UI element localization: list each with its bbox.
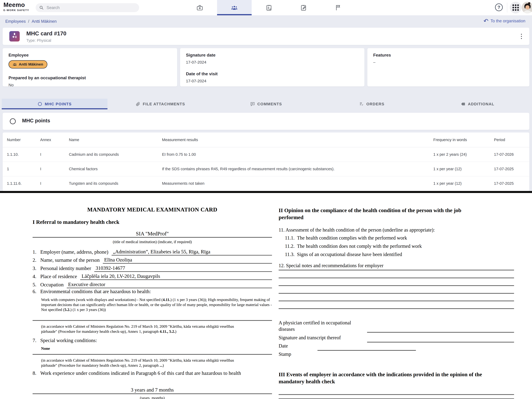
cell-name: Tungsten and its compounds	[69, 181, 162, 186]
clipboard-pencil-icon	[300, 4, 307, 11]
doc-line	[367, 342, 514, 342]
cell-frequency: 1 x per 2 years (24)	[433, 152, 494, 157]
apps-menu-button[interactable]	[510, 2, 521, 13]
doc-line	[317, 350, 416, 351]
avatar-image	[522, 2, 532, 13]
document-left-column: MANDATORY MEDICAL EXAMINATION CARD I Ref…	[32, 193, 272, 399]
nav-item-flags[interactable]	[321, 0, 355, 15]
search-icon	[39, 5, 44, 10]
clipboard-check-icon	[266, 4, 272, 11]
cell-frequency: 1 x per year (12)	[433, 181, 494, 186]
main-nav	[183, 0, 355, 15]
cell-measurement: EI from 0.75 to 1.00	[162, 152, 433, 157]
tab-orders[interactable]: ORDERS	[319, 99, 425, 109]
table-row[interactable]: 1.1.11.6. I Tungsten and its compounds M…	[3, 176, 529, 191]
doc-item-8: 8. Work experience under conditions indi…	[32, 370, 250, 376]
cell-number: 1.1.11.6.	[7, 181, 40, 186]
doc-field-value: Lāčplēša iela 20, LV-2012, Daugavpils	[80, 273, 272, 280]
card-type: Type: Physical	[26, 38, 51, 43]
prepared-value: No	[8, 83, 171, 87]
card-tabs: MHC POINTS FILE ATTACHMENTS COMMENTS ORD…	[2, 99, 530, 109]
doc-line	[279, 308, 514, 309]
doc-field-value: Executive director	[67, 281, 272, 288]
flag-icon	[335, 4, 342, 11]
doc-section-1-heading: I Referral to mandatory health check	[32, 219, 119, 225]
app-window: Meemo E-WORK SAFETY	[0, 0, 532, 399]
nav-item-employees[interactable]	[217, 0, 252, 15]
doc-line	[279, 301, 514, 301]
visit-date-label: Date of the visit	[186, 71, 359, 76]
doc-field-value: 310392-14677	[94, 265, 272, 272]
tab-label: COMMENTS	[257, 102, 282, 106]
mhc-points-section: MHC points	[3, 113, 529, 130]
mhc-points-table: Number Annex Name Measurement results Fr…	[3, 133, 529, 191]
nav-item-checks[interactable]	[252, 0, 286, 15]
doc-field-name: 2. Name, surname of the person Elīna Ozo…	[32, 256, 272, 264]
people-icon	[13, 62, 17, 66]
cell-name: Chemical factors	[69, 167, 162, 171]
employee-label: Employee	[8, 53, 171, 57]
cell-number: 1	[7, 167, 40, 171]
tab-label: ORDERS	[366, 102, 384, 106]
table-header-row: Number Annex Name Measurement results Fr…	[3, 133, 529, 147]
kebab-icon	[521, 34, 522, 35]
top-app-bar: Meemo E-WORK SAFETY	[0, 0, 532, 15]
doc-item-12: 12. Special notes and recommendations fo…	[279, 263, 383, 268]
tab-mhc-points[interactable]: MHC POINTS	[2, 99, 108, 109]
doc-field-value: „Administration”, Elizabetes iela 55, Rī…	[112, 248, 272, 255]
table-row[interactable]: 1.1.10. I Cadmium and its compounds EI f…	[3, 147, 529, 162]
tag-dots-icon	[461, 101, 466, 106]
signature-date-value: 17-07-2024	[186, 60, 359, 64]
user-avatar[interactable]	[522, 2, 532, 13]
help-icon: ?	[497, 5, 500, 10]
nav-item-notes[interactable]	[286, 0, 321, 15]
doc-note-annex1: (in accordance with Cabinet of Ministers…	[41, 324, 238, 334]
doc-line	[32, 320, 272, 321]
medical-examination-document: MANDATORY MEDICAL EXAMINATION CARD I Ref…	[0, 193, 532, 399]
col-annex: Annex	[40, 138, 69, 142]
to-organisation-link[interactable]: ↶ To the organisation	[483, 19, 525, 23]
doc-line	[279, 285, 514, 286]
visit-date-value: 17-07-2024	[186, 79, 359, 83]
cell-number: 1.1.10.	[7, 152, 40, 157]
tab-label: FILE ATTACHMENTS	[143, 102, 185, 106]
help-button[interactable]: ?	[495, 3, 503, 11]
apps-grid-icon	[512, 4, 519, 11]
card-menu-button[interactable]	[517, 32, 525, 40]
paperclip-icon	[136, 101, 140, 106]
breadcrumb-employees[interactable]: Employees	[5, 19, 26, 24]
tab-comments[interactable]: COMMENTS	[213, 99, 319, 109]
nav-item-work[interactable]	[183, 0, 217, 15]
doc-line	[32, 237, 272, 238]
employee-chip[interactable]: Antti Mäkinen	[8, 60, 47, 69]
doc-section-2-heading: II Opinion on the compliance of the heal…	[279, 207, 486, 221]
section-title: MHC points	[22, 118, 50, 124]
global-search[interactable]	[36, 3, 139, 12]
breadcrumb-separator: /	[28, 19, 29, 24]
tab-file-attachments[interactable]: FILE ATTACHMENTS	[108, 99, 213, 109]
features-label: Features	[373, 53, 524, 57]
doc-item-11-1: 11.1. The health condition complies with…	[279, 235, 407, 241]
search-input[interactable]	[46, 5, 127, 10]
doc-date-label: Date	[279, 343, 288, 349]
document-right-column: II Opinion on the compliance of the heal…	[279, 193, 515, 399]
doc-line	[279, 394, 514, 395]
doc-institution-note: (title of medical institution) (indicate…	[32, 240, 272, 244]
undo-arrow-icon: ↶	[483, 19, 488, 23]
app-logo[interactable]: Meemo E-WORK SAFETY	[3, 2, 29, 12]
doc-line	[279, 293, 514, 294]
tab-additional[interactable]: ADDITIONAL	[425, 99, 530, 109]
mhc-card-badge-icon	[9, 31, 20, 42]
doc-item-6-text: Work with computers (work with displays …	[41, 297, 272, 312]
topbar-divider	[507, 3, 507, 13]
cell-period: 17-07-2025	[494, 167, 529, 171]
cell-frequency: 1 x per year (12)	[433, 167, 494, 171]
doc-institution: SIA "MedProf"	[32, 230, 272, 237]
viewport-divider	[0, 191, 532, 193]
doc-item-11: 11. Assessment of the health condition o…	[279, 227, 435, 233]
table-row[interactable]: 1 I Chemical factors If the SDS contains…	[3, 162, 529, 176]
breadcrumb-current[interactable]: Antti Mäkinen	[32, 19, 57, 24]
doc-field-identity: 3. Personal identity number 310392-14677	[32, 264, 272, 272]
doc-signature-label: Signature and transcript thereof	[279, 335, 341, 341]
circle-icon	[38, 101, 42, 106]
